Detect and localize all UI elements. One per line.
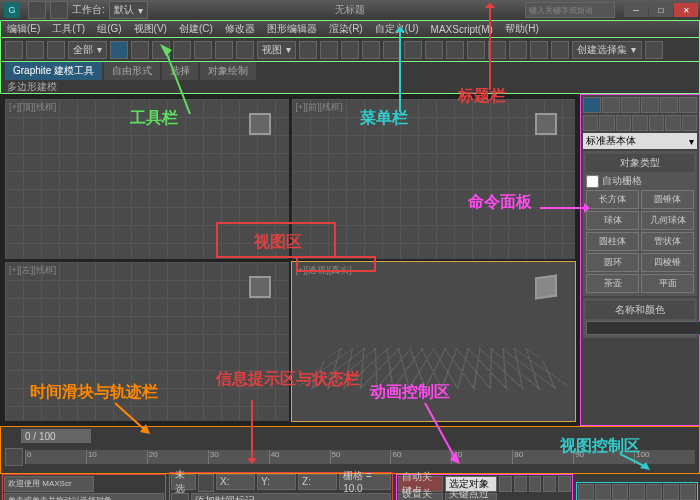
menu-edit[interactable]: 编辑(E) [7,22,40,36]
rollout-object-type[interactable]: 对象类型 [586,154,694,172]
link-icon[interactable] [5,41,23,59]
pivot-icon[interactable] [299,41,317,59]
play-icon[interactable] [529,476,542,492]
render-frame-icon[interactable] [551,41,569,59]
menu-view[interactable]: 视图(V) [134,22,167,36]
motion-tab-icon[interactable] [641,97,659,113]
render-setup-icon[interactable] [530,41,548,59]
menu-modifiers[interactable]: 修改器 [225,22,255,36]
menu-maxscript[interactable]: MAXScript(M) [431,24,493,35]
minimize-button[interactable]: ─ [624,3,648,17]
menu-group[interactable]: 组(G) [97,22,121,36]
render-icon[interactable] [645,41,663,59]
viewport-left[interactable]: [+][左][线框] [4,261,290,423]
rotate-icon[interactable] [215,41,233,59]
geometry-icon[interactable] [583,115,598,131]
key-filter-button[interactable]: 关键点过滤器 [445,493,497,501]
object-name-input[interactable] [586,321,700,335]
angle-snap-icon[interactable] [341,41,359,59]
viewport-top[interactable]: [+][顶][线框] [4,98,290,260]
viewport-front[interactable]: [+][前][线框] [291,98,577,260]
hierarchy-tab-icon[interactable] [621,97,639,113]
time-slider[interactable]: 0 / 100 [21,429,91,443]
primitive-geosphere[interactable]: 几何球体 [641,211,694,230]
curve-editor-icon[interactable] [467,41,485,59]
primitive-box[interactable]: 长方体 [586,190,639,209]
autogrid-checkbox[interactable] [586,175,599,188]
primitive-teapot[interactable]: 茶壶 [586,274,639,293]
menu-tools[interactable]: 工具(T) [52,22,85,36]
menu-custom[interactable]: 自定义(U) [375,22,419,36]
next-frame-icon[interactable] [543,476,556,492]
snap-icon[interactable] [320,41,338,59]
viewcube-icon[interactable] [535,113,557,135]
lock-icon[interactable] [198,474,214,492]
selection-set-dropdown[interactable]: 创建选择集▾ [572,41,642,59]
goto-end-icon[interactable] [558,476,571,492]
prev-frame-icon[interactable] [514,476,527,492]
ribbon-tab-graphite[interactable]: Graphite 建模工具 [5,62,102,80]
filter-dropdown[interactable]: 全部▾ [68,41,107,59]
primitive-sphere[interactable]: 球体 [586,211,639,230]
viewcube-icon[interactable] [249,113,271,135]
script-icon[interactable] [171,493,189,501]
primitive-plane[interactable]: 平面 [641,274,694,293]
ribbon-tab-paint[interactable]: 对象绘制 [200,62,256,80]
zoom-region-icon[interactable] [629,484,645,500]
lights-icon[interactable] [616,115,631,131]
display-tab-icon[interactable] [660,97,678,113]
create-tab-icon[interactable] [583,97,601,113]
menu-render[interactable]: 渲染(R) [329,22,363,36]
menu-help[interactable]: 帮助(H) [505,22,539,36]
primitive-torus[interactable]: 圆环 [586,253,639,272]
select-icon[interactable] [110,41,128,59]
modify-tab-icon[interactable] [602,97,620,113]
category-dropdown[interactable]: 标准基本体▾ [583,133,697,149]
orbit-icon[interactable] [663,484,679,500]
zoom-icon[interactable] [578,484,594,500]
menu-graph[interactable]: 图形编辑器 [267,22,317,36]
move-icon[interactable] [194,41,212,59]
time-ruler[interactable]: 010 2030 4050 6070 8090 100 [25,450,695,464]
ribbon-tab-select[interactable]: 选择 [162,62,198,80]
utilities-tab-icon[interactable] [679,97,697,113]
layers-icon[interactable] [446,41,464,59]
systems-icon[interactable] [682,115,697,131]
time-tag[interactable]: 添加时间标记 [191,493,391,501]
material-icon[interactable] [509,41,527,59]
window-cross-icon[interactable] [173,41,191,59]
track-toggle-icon[interactable] [5,448,23,466]
spacewarps-icon[interactable] [665,115,680,131]
shapes-icon[interactable] [599,115,614,131]
bind-icon[interactable] [47,41,65,59]
goto-start-icon[interactable] [499,476,512,492]
maximize-viewport-icon[interactable] [680,484,696,500]
align-icon[interactable] [425,41,443,59]
scale-icon[interactable] [236,41,254,59]
menu-create[interactable]: 创建(C) [179,22,213,36]
viewcube-icon[interactable] [535,274,557,299]
redo-icon[interactable] [50,1,68,19]
viewport-perspective[interactable]: [+][透视][真实] [291,261,577,423]
percent-snap-icon[interactable] [362,41,380,59]
undo-icon[interactable] [28,1,46,19]
viewcube-icon[interactable] [249,276,271,298]
zoom-extents-icon[interactable] [612,484,628,500]
rect-select-icon[interactable] [152,41,170,59]
poly-modeling-label[interactable]: 多边形建模 [0,80,700,94]
schematic-icon[interactable] [488,41,506,59]
workspace-dropdown[interactable]: 默认▾ [109,1,148,19]
zoom-all-icon[interactable] [595,484,611,500]
rollout-name-color[interactable]: 名称和颜色 [586,301,694,319]
ribbon-tab-freeform[interactable]: 自由形式 [104,62,160,80]
primitive-pyramid[interactable]: 四棱锥 [641,253,694,272]
setkey-button[interactable]: 设置关键点 [398,493,443,501]
mirror-icon[interactable] [404,41,422,59]
refcoord-dropdown[interactable]: 视图▾ [257,41,296,59]
spinner-snap-icon[interactable] [383,41,401,59]
search-box[interactable]: 键入关键字或短语 [525,2,615,18]
primitive-tube[interactable]: 管状体 [641,232,694,251]
select-name-icon[interactable] [131,41,149,59]
helpers-icon[interactable] [649,115,664,131]
primitive-cone[interactable]: 圆锥体 [641,190,694,209]
